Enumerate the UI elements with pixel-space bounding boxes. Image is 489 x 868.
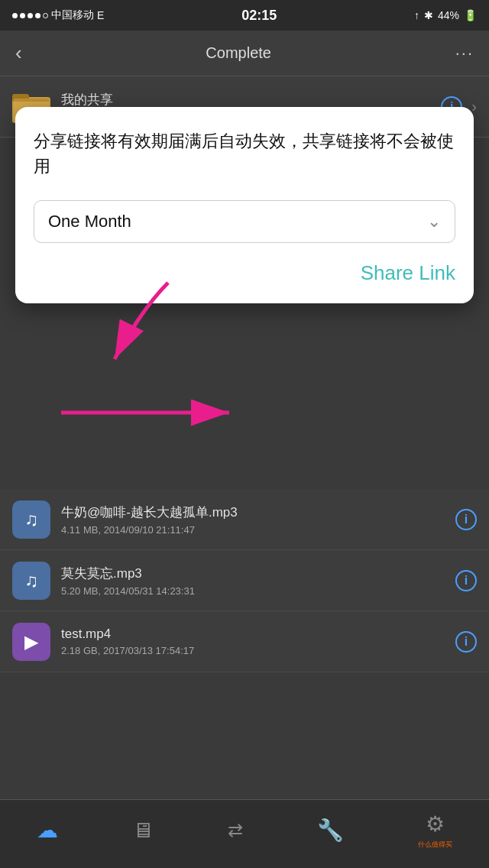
file-name: 牛奶@咖啡-越长大越孤单.mp3 [61,504,445,521]
file-meta: 4.11 MB, 2014/09/10 21:11:47 [61,524,445,536]
arrow-icon: ↑ [414,9,419,21]
share-link-button[interactable]: Share Link [34,261,455,285]
dot5 [43,13,48,18]
dot1 [12,13,18,18]
back-button[interactable]: ‹ [15,41,22,65]
battery-label: 44% [438,9,459,21]
svg-rect-4 [14,99,49,102]
music-icon-box: ♫ [12,562,50,600]
tab-more[interactable]: ⚙ 什么值得买 [418,811,452,850]
tab-cloud[interactable]: ☁ [37,818,58,843]
file-meta: 5.20 MB, 2014/05/31 14:23:31 [61,585,445,597]
dot3 [28,13,33,18]
dot4 [35,13,40,18]
wrench-icon: 🔧 [317,818,344,843]
video-icon-box: ▶ [12,623,50,661]
file-info: 牛奶@咖啡-越长大越孤单.mp3 4.11 MB, 2014/09/10 21:… [61,504,445,536]
share-dialog: 分享链接将有效期届满后自动失效，共享链接将不会被使用 One Month ⌄ S… [15,107,474,303]
dialog-message: 分享链接将有效期届满后自动失效，共享链接将不会被使用 [34,128,455,179]
tab-transfer[interactable]: ⇄ [228,820,243,841]
file-row[interactable]: ▶ test.mp4 2.18 GB, 2017/03/13 17:54:17 … [0,611,489,672]
chevron-down-icon: ⌄ [427,212,441,232]
status-bar: 中国移动 E 02:15 ↑ ✱ 44% 🔋 [0,0,489,31]
info-button[interactable]: i [455,509,477,530]
music-note-icon: ♫ [24,570,38,591]
device-icon: 🖥 [132,818,154,843]
play-icon: ▶ [24,631,38,653]
duration-select[interactable]: One Month ⌄ [34,200,455,243]
music-icon-box: ♫ [12,500,50,539]
gear-icon: ⚙ [426,811,445,837]
tab-bar: ☁ 🖥 ⇄ 🔧 ⚙ 什么值得买 [0,799,489,868]
file-info: 莫失莫忘.mp3 5.20 MB, 2014/05/31 14:23:31 [61,565,445,597]
music-note-icon: ♫ [24,509,38,530]
chevron-right-icon: › [471,98,477,115]
tab-more-label: 什么值得买 [418,840,452,850]
file-list: ♫ 牛奶@咖啡-越长大越孤单.mp3 4.11 MB, 2014/09/10 2… [0,489,489,672]
info-button[interactable]: i [455,631,477,653]
file-right: i [455,631,477,653]
file-row[interactable]: ♫ 牛奶@咖啡-越长大越孤单.mp3 4.11 MB, 2014/09/10 2… [0,489,489,550]
network-label: E [97,9,104,21]
time-label: 02:15 [241,8,277,24]
signal-dots [12,13,48,18]
battery-icon: 🔋 [464,9,477,21]
dot2 [20,13,25,18]
share-link-label: Share Link [361,261,455,285]
nav-title: Complete [206,44,271,62]
nav-bar: ‹ Complete ··· [0,31,489,76]
select-value: One Month [48,212,131,232]
file-name: test.mp4 [61,627,445,642]
top-file-name: 我的共享 [61,91,430,108]
arrow-right-indicator [46,382,275,443]
file-right: i [455,509,477,530]
file-right: i [455,570,477,591]
cloud-icon: ☁ [37,818,58,843]
file-meta: 2.18 GB, 2017/03/13 17:54:17 [61,645,445,656]
more-button[interactable]: ··· [455,44,474,63]
file-name: 莫失莫忘.mp3 [61,565,445,582]
info-button[interactable]: i [455,570,477,591]
transfer-icon: ⇄ [228,820,243,841]
file-info: test.mp4 2.18 GB, 2017/03/13 17:54:17 [61,627,445,656]
status-left: 中国移动 E [12,8,104,22]
tab-tools[interactable]: 🔧 [317,818,344,843]
tab-device[interactable]: 🖥 [132,818,154,843]
status-right: ↑ ✱ 44% 🔋 [414,9,477,21]
bluetooth-icon: ✱ [424,9,433,21]
file-row[interactable]: ♫ 莫失莫忘.mp3 5.20 MB, 2014/05/31 14:23:31 … [0,550,489,611]
carrier-label: 中国移动 [51,8,94,22]
